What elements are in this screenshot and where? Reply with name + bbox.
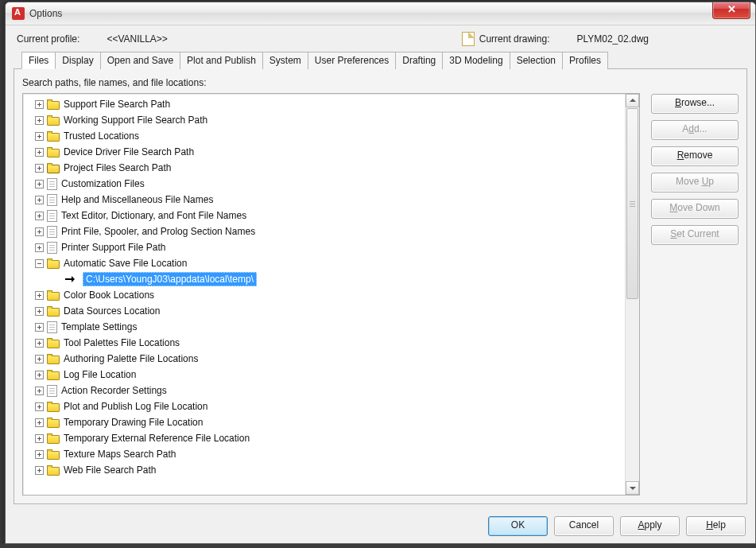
tree-item-label: Device Driver File Search Path bbox=[64, 146, 194, 157]
move-up-button[interactable]: Move Up bbox=[651, 173, 739, 192]
expand-icon[interactable] bbox=[35, 227, 44, 236]
current-drawing-label: Current drawing: bbox=[479, 33, 550, 45]
add-button[interactable]: Add... bbox=[651, 120, 739, 140]
scroll-down-button[interactable] bbox=[626, 481, 639, 495]
tree-item[interactable]: Working Support File Search Path bbox=[24, 112, 625, 128]
file-icon bbox=[47, 210, 57, 222]
browse-label: rowse... bbox=[681, 97, 715, 108]
tree-item[interactable]: Text Editor, Dictionary, and Font File N… bbox=[24, 208, 625, 223]
move-down-button[interactable]: Move Down bbox=[651, 199, 739, 219]
tab-drafting[interactable]: Drafting bbox=[396, 52, 443, 69]
expand-icon[interactable] bbox=[35, 450, 44, 459]
help-button[interactable]: Help bbox=[686, 516, 746, 536]
dialog-buttons: OK Cancel Apply Help bbox=[488, 516, 746, 536]
folder-icon bbox=[47, 99, 60, 110]
tab-3d-modeling[interactable]: 3D Modeling bbox=[443, 52, 510, 69]
expand-icon[interactable] bbox=[35, 243, 44, 252]
folder-icon bbox=[47, 370, 60, 380]
tab-profiles[interactable]: Profiles bbox=[563, 52, 608, 69]
tree-item-label: Authoring Palette File Locations bbox=[64, 353, 198, 364]
expand-icon[interactable] bbox=[35, 100, 44, 109]
apply-button[interactable]: Apply bbox=[620, 516, 680, 536]
collapse-icon[interactable] bbox=[35, 259, 44, 268]
tree-item[interactable]: Authoring Palette File Locations bbox=[24, 351, 625, 367]
tab-user-preferences[interactable]: User Preferences bbox=[308, 52, 396, 69]
tree-item[interactable]: Web File Search Path bbox=[24, 462, 625, 478]
folder-icon bbox=[47, 258, 60, 269]
current-profile-label: Current profile: bbox=[17, 33, 79, 45]
expand-icon[interactable] bbox=[35, 339, 44, 348]
remove-button[interactable]: Remove bbox=[651, 146, 739, 166]
tab-open-and-save[interactable]: Open and Save bbox=[101, 52, 180, 69]
expand-icon[interactable] bbox=[35, 418, 44, 427]
folder-icon bbox=[47, 115, 60, 126]
tree-item[interactable]: Color Book Locations bbox=[24, 287, 625, 303]
expand-icon[interactable] bbox=[35, 180, 44, 188]
file-icon bbox=[47, 385, 57, 397]
set-current-button[interactable]: Set Current bbox=[651, 225, 739, 245]
tab-display[interactable]: Display bbox=[56, 52, 100, 69]
browse-button[interactable]: Browse... bbox=[651, 94, 739, 114]
tree-item-label: Automatic Save File Location bbox=[64, 258, 187, 269]
folder-icon bbox=[47, 418, 60, 428]
tree-item[interactable]: Log File Location bbox=[24, 367, 625, 383]
tab-files[interactable]: Files bbox=[21, 52, 56, 69]
scroll-up-button[interactable] bbox=[626, 94, 639, 107]
tree-item[interactable]: Trusted Locations bbox=[24, 128, 625, 144]
expand-icon[interactable] bbox=[35, 148, 44, 157]
options-dialog: Options ✕ Current profile: <<VANILLA>> C… bbox=[5, 2, 756, 544]
expand-icon[interactable] bbox=[35, 212, 44, 220]
folder-icon bbox=[47, 354, 60, 364]
tree-item[interactable]: Texture Maps Search Path bbox=[24, 446, 625, 462]
file-icon bbox=[47, 242, 57, 254]
folder-icon bbox=[47, 306, 60, 317]
tree-item[interactable]: Data Sources Location bbox=[24, 303, 625, 319]
tree-item-label: Printer Support File Path bbox=[61, 242, 165, 253]
expand-icon[interactable] bbox=[35, 307, 44, 316]
expand-icon[interactable] bbox=[35, 466, 44, 475]
expand-icon[interactable] bbox=[35, 402, 44, 411]
expand-icon[interactable] bbox=[35, 323, 44, 332]
tree-item[interactable]: Device Driver File Search Path bbox=[24, 144, 625, 160]
tree-view[interactable]: Support File Search PathWorking Support … bbox=[22, 93, 640, 496]
ok-button[interactable]: OK bbox=[488, 516, 548, 536]
tree-item[interactable]: Help and Miscellaneous File Names bbox=[24, 192, 625, 208]
expand-icon[interactable] bbox=[35, 355, 44, 363]
folder-icon bbox=[47, 163, 60, 173]
tree-item[interactable]: Tool Palettes File Locations bbox=[24, 335, 625, 351]
expand-icon[interactable] bbox=[35, 371, 44, 379]
scrollbar[interactable] bbox=[625, 94, 639, 495]
tree-item-label: Texture Maps Search Path bbox=[64, 449, 176, 460]
cancel-button[interactable]: Cancel bbox=[554, 516, 614, 536]
tree-item[interactable]: Print File, Spooler, and Prolog Section … bbox=[24, 223, 625, 239]
tree-item[interactable]: Plot and Publish Log File Location bbox=[24, 398, 625, 414]
expand-icon[interactable] bbox=[35, 164, 44, 173]
tree-item[interactable]: Customization Files bbox=[24, 176, 625, 192]
tree-item[interactable]: Support File Search Path bbox=[24, 96, 625, 112]
titlebar[interactable]: Options ✕ bbox=[6, 2, 755, 25]
tree-item[interactable]: Temporary External Reference File Locati… bbox=[24, 430, 625, 446]
expand-icon[interactable] bbox=[35, 116, 44, 125]
tab-selection[interactable]: Selection bbox=[510, 52, 563, 69]
tree-child-item[interactable]: C:\Users\YoungJ03\appdata\local\temp\ bbox=[24, 271, 625, 287]
expand-icon[interactable] bbox=[35, 132, 44, 141]
selected-path[interactable]: C:\Users\YoungJ03\appdata\local\temp\ bbox=[83, 272, 257, 286]
tab-plot-and-publish[interactable]: Plot and Publish bbox=[180, 52, 263, 69]
expand-icon[interactable] bbox=[35, 387, 44, 395]
tab-system[interactable]: System bbox=[263, 52, 308, 69]
tree-item[interactable]: Printer Support File Path bbox=[24, 239, 625, 255]
tree-item[interactable]: Temporary Drawing File Location bbox=[24, 414, 625, 430]
close-button[interactable]: ✕ bbox=[712, 2, 750, 19]
tree-item[interactable]: Template Settings bbox=[24, 319, 625, 335]
tree-item[interactable]: Action Recorder Settings bbox=[24, 383, 625, 398]
expand-icon[interactable] bbox=[35, 434, 44, 443]
expand-icon[interactable] bbox=[35, 291, 44, 300]
folder-icon bbox=[47, 147, 60, 157]
tree-item[interactable]: Project Files Search Path bbox=[24, 160, 625, 176]
scroll-thumb[interactable] bbox=[626, 108, 638, 299]
tree-item-label: Plot and Publish Log File Location bbox=[64, 401, 207, 412]
file-icon bbox=[47, 194, 57, 206]
expand-icon[interactable] bbox=[35, 196, 44, 204]
tree-item[interactable]: Automatic Save File Location bbox=[24, 255, 625, 271]
tree-item-label: Print File, Spooler, and Prolog Section … bbox=[61, 226, 255, 237]
